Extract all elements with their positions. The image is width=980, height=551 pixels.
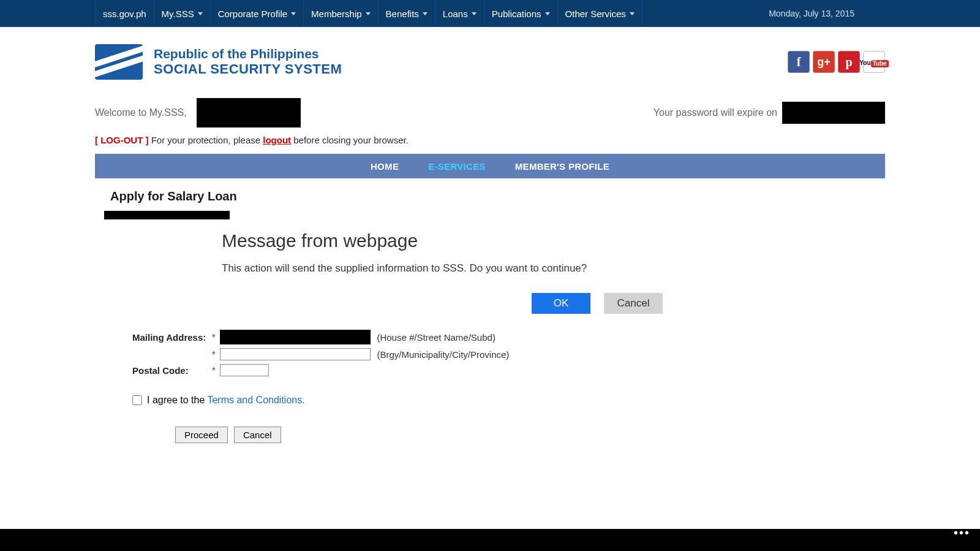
- nav-publications[interactable]: Publications: [484, 0, 558, 27]
- subnav: HOME E-SERVICES MEMBER'S PROFILE: [95, 154, 885, 178]
- pw-expire-text: Your password will expire on: [654, 107, 777, 118]
- form-buttons: Proceed Cancel: [175, 427, 980, 443]
- chevron-down-icon: [423, 12, 428, 15]
- subnav-member-profile[interactable]: MEMBER'S PROFILE: [515, 161, 609, 172]
- required-icon: *: [212, 365, 215, 375]
- confirm-dialog: Message from webpage This action will se…: [222, 230, 663, 314]
- chevron-down-icon: [630, 12, 635, 15]
- nav-mysss[interactable]: My.SSS: [154, 0, 211, 27]
- pinterest-icon[interactable]: p: [838, 51, 860, 73]
- redacted-expiry-date: [782, 102, 885, 124]
- cancel-button[interactable]: Cancel: [234, 427, 281, 443]
- welcome-row: Welcome to My.SSS, Your password will ex…: [0, 86, 980, 131]
- top-navbar: sss.gov.ph My.SSS Corporate Profile Memb…: [0, 0, 980, 27]
- facebook-icon[interactable]: f: [788, 51, 810, 73]
- chevron-down-icon: [366, 12, 371, 15]
- agree-checkbox[interactable]: [132, 395, 142, 405]
- required-icon: *: [212, 332, 215, 342]
- nav-loans[interactable]: Loans: [435, 0, 484, 27]
- logout-link[interactable]: logout: [263, 135, 291, 145]
- redacted-username: [197, 98, 301, 127]
- sss-logo-icon: [95, 44, 143, 80]
- taskbar-overflow-icon[interactable]: •••: [954, 526, 970, 540]
- navbar-date: Monday, July 13, 2015: [769, 9, 885, 18]
- subnav-home[interactable]: HOME: [371, 161, 399, 172]
- dialog-cancel-button[interactable]: Cancel: [604, 293, 663, 314]
- brand-line2: SOCIAL SECURITY SYSTEM: [154, 61, 342, 77]
- subnav-eservices[interactable]: E-SERVICES: [428, 161, 486, 172]
- googleplus-icon[interactable]: g+: [813, 51, 835, 73]
- youtube-icon[interactable]: YouTube: [863, 51, 885, 73]
- nav-corporate-profile[interactable]: Corporate Profile: [211, 0, 304, 27]
- redacted-address-input: [220, 330, 371, 344]
- nav-benefits[interactable]: Benefits: [379, 0, 435, 27]
- chevron-down-icon: [472, 12, 477, 15]
- row-mailing-address-2: * (Brgy/Municipality/City/Province): [132, 348, 980, 360]
- chevron-down-icon: [198, 12, 203, 15]
- header: Republic of the Philippines SOCIAL SECUR…: [0, 27, 980, 86]
- chevron-down-icon: [291, 12, 296, 15]
- postal-code-input[interactable]: [220, 364, 269, 376]
- nav-other-services[interactable]: Other Services: [558, 0, 643, 27]
- agree-row: I agree to the Terms and Conditions.: [132, 395, 980, 406]
- logout-bracket: [ LOG-OUT ]: [95, 135, 148, 145]
- redacted-subtitle: [104, 211, 230, 219]
- dialog-title: Message from webpage: [222, 230, 663, 251]
- brand-text: Republic of the Philippines SOCIAL SECUR…: [154, 47, 342, 77]
- mailing-address-label: Mailing Address:: [132, 332, 212, 343]
- welcome-text: Welcome to My.SSS,: [95, 107, 187, 118]
- logout-before: For your protection, please: [148, 135, 263, 145]
- postal-label: Postal Code:: [132, 365, 212, 376]
- required-icon: *: [212, 349, 215, 359]
- agree-prefix: I agree to the: [147, 395, 207, 405]
- loan-form: Mailing Address: * (House #/Street Name/…: [0, 330, 980, 443]
- brgy-city-input[interactable]: [220, 348, 371, 360]
- logout-after: before closing your browser.: [291, 135, 409, 145]
- welcome-left: Welcome to My.SSS,: [95, 98, 301, 127]
- proceed-button[interactable]: Proceed: [175, 427, 228, 443]
- pw-expire: Your password will expire on: [654, 102, 885, 124]
- logout-row: [ LOG-OUT ] For your protection, please …: [0, 131, 980, 150]
- chevron-down-icon: [545, 12, 550, 15]
- brand-line1: Republic of the Philippines: [154, 47, 342, 61]
- dialog-message: This action will send the supplied infor…: [222, 262, 663, 275]
- row-postal: Postal Code: *: [132, 364, 980, 376]
- social-links: f g+ p YouTube: [788, 51, 885, 73]
- dialog-buttons: OK Cancel: [222, 293, 663, 314]
- nav-membership[interactable]: Membership: [304, 0, 379, 27]
- nav-sss-home[interactable]: sss.gov.ph: [95, 0, 154, 27]
- terms-link[interactable]: Terms and Conditions.: [207, 395, 304, 405]
- taskbar: •••: [0, 529, 980, 551]
- hint-brgy-city: (Brgy/Municipality/City/Province): [377, 349, 509, 360]
- hint-house-street: (House #/Street Name/Subd): [377, 332, 495, 343]
- row-mailing-address-1: Mailing Address: * (House #/Street Name/…: [132, 330, 980, 344]
- page-title: Apply for Salary Loan: [0, 178, 980, 207]
- dialog-ok-button[interactable]: OK: [532, 293, 590, 314]
- brand: Republic of the Philippines SOCIAL SECUR…: [95, 44, 342, 80]
